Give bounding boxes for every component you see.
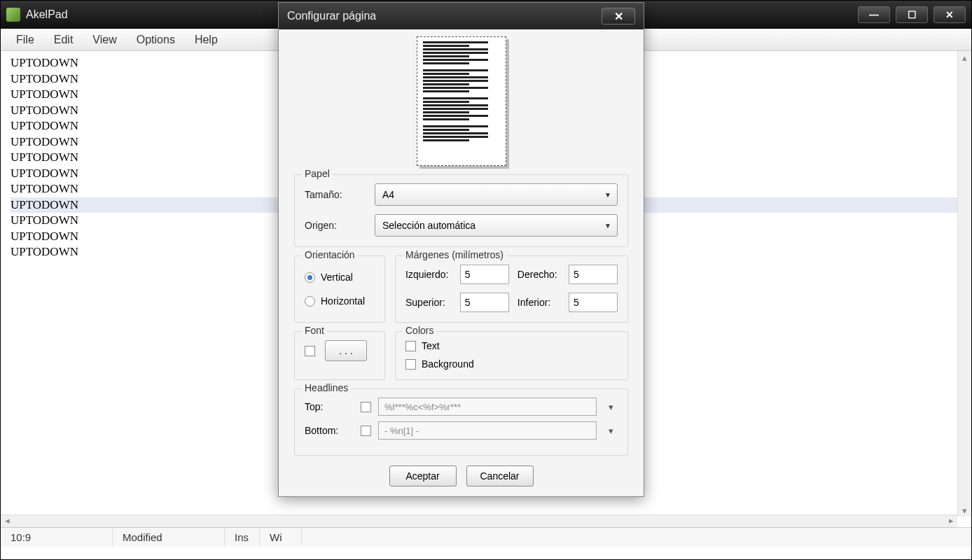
status-encoding: Wi [260,528,302,547]
margin-top-input[interactable] [460,293,509,312]
status-insert-mode: Ins [225,528,260,547]
font-browse-button[interactable]: . . . [325,340,367,361]
scroll-down-icon[interactable]: ▾ [958,504,971,517]
orientation-group: Orientación Vertical Horizontal [294,255,385,323]
app-icon [6,8,20,22]
headline-top-input[interactable] [378,398,597,416]
radio-horizontal[interactable]: Horizontal [305,295,375,307]
headlines-legend: Headlines [302,382,351,393]
source-label: Origen: [305,220,375,231]
headlines-group: Headlines Top: ▾ Bottom: ▾ [294,388,628,456]
menu-edit[interactable]: Edit [44,31,83,49]
close-button[interactable]: ✕ [933,6,966,23]
font-legend: Font [302,325,327,336]
size-value: A4 [382,189,394,200]
menu-options[interactable]: Options [127,31,185,49]
horizontal-scrollbar[interactable]: ◂ ▸ [1,514,957,527]
chevron-down-icon: ▼ [604,222,611,230]
status-position: 10:9 [1,528,113,547]
menu-file[interactable]: File [6,31,44,49]
margins-group: Márgenes (milímetros) Izquierdo: Derecho… [395,255,628,323]
headline-top-dropdown[interactable]: ▾ [604,398,618,416]
paper-group: Papel Tamaño: A4 ▼ Origen: Selección aut… [294,174,628,247]
headline-top-label: Top: [305,401,354,412]
headline-bottom-checkbox[interactable] [361,426,371,436]
headline-bottom-input[interactable] [378,421,597,440]
color-background-checkbox[interactable]: Background [405,358,618,370]
ok-button[interactable]: Aceptar [389,465,457,486]
statusbar: 10:9 Modified Ins Wi [1,527,971,547]
scroll-up-icon[interactable]: ▴ [958,51,971,64]
colors-group: Colors Text Background [395,331,628,380]
margins-legend: Márgenes (milímetros) [403,249,506,260]
checkbox-icon [405,341,416,351]
color-text-checkbox[interactable]: Text [405,340,618,351]
headline-bottom-dropdown[interactable]: ▾ [604,421,618,440]
radio-icon [305,296,315,307]
checkbox-icon [405,359,416,370]
margin-top-label: Superior: [405,297,452,308]
dialog-close-button[interactable]: ✕ [602,8,635,24]
margin-right-label: Derecho: [518,269,560,280]
margin-bottom-label: Inferior: [518,297,560,308]
dialog-title: Configurar página [287,10,376,22]
radio-vertical[interactable]: Vertical [305,272,375,283]
status-modified: Modified [113,528,225,547]
headline-bottom-label: Bottom: [305,425,354,436]
page-preview [417,36,506,166]
scroll-left-icon[interactable]: ◂ [1,515,13,527]
maximize-button[interactable]: ☐ [896,6,928,23]
cancel-button[interactable]: Cancelar [466,465,534,486]
margin-left-label: Izquierdo: [405,269,452,280]
source-select[interactable]: Selección automática ▼ [375,214,618,237]
headline-top-checkbox[interactable] [361,402,371,412]
menu-view[interactable]: View [83,31,126,49]
vertical-scrollbar[interactable]: ▴ ▾ [957,51,971,517]
app-title: AkelPad [26,8,68,21]
size-label: Tamaño: [305,189,375,200]
margin-right-input[interactable] [569,265,618,284]
dialog-titlebar[interactable]: Configurar página ✕ [279,3,644,29]
margin-left-input[interactable] [460,265,509,284]
font-checkbox[interactable] [305,346,315,356]
source-value: Selección automática [382,220,475,231]
margin-bottom-input[interactable] [569,293,618,312]
colors-legend: Colors [403,325,436,336]
radio-icon [305,272,315,283]
menu-help[interactable]: Help [185,31,228,49]
minimize-button[interactable]: — [858,6,890,23]
scroll-right-icon[interactable]: ▸ [945,515,957,527]
paper-legend: Papel [302,168,333,179]
font-group: Font . . . [294,331,385,380]
page-setup-dialog: Configurar página ✕ Papel Tamaño: A4 ▼ [278,2,644,497]
chevron-down-icon: ▼ [604,191,611,199]
size-select[interactable]: A4 ▼ [375,183,618,206]
orientation-legend: Orientación [302,249,358,260]
